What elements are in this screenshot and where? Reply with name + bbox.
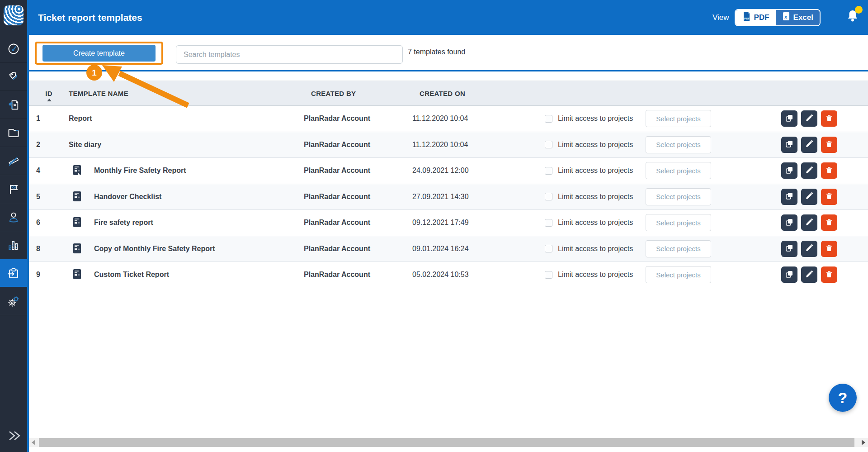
search-templates-input[interactable]: [176, 45, 403, 64]
limit-access-checkbox[interactable]: [545, 167, 552, 175]
template-name[interactable]: Site diary: [69, 141, 101, 149]
top-header: Ticket report templates View PDF PDF: [29, 0, 868, 35]
select-projects-button[interactable]: Select projects: [646, 240, 711, 257]
horizontal-scrollbar[interactable]: [29, 438, 868, 447]
template-name[interactable]: Handover Checklist: [94, 193, 161, 201]
template-name[interactable]: Monthly Fire Safety Report: [94, 167, 186, 175]
template-name[interactable]: Copy of Monthly Fire Safety Report: [94, 245, 215, 253]
limit-access-checkbox[interactable]: [545, 245, 552, 252]
report-template-document-icon: [72, 217, 82, 228]
created-by: PlanRadar Account: [304, 262, 412, 288]
duplicate-icon: [785, 244, 793, 253]
edit-button[interactable]: [801, 110, 817, 127]
sidebar-item-flags[interactable]: [0, 175, 27, 203]
contacts-person-icon: [7, 211, 20, 224]
limit-access-checkbox[interactable]: [545, 115, 552, 123]
delete-trash-icon: [825, 192, 833, 201]
projects-folder-icon: [7, 127, 20, 139]
sidebar-item-statistics[interactable]: [0, 231, 27, 259]
column-header-id[interactable]: ID: [29, 81, 61, 105]
edit-button[interactable]: [801, 162, 817, 179]
duplicate-button[interactable]: [781, 189, 797, 205]
table-row: 6 Fire safety report PlanRadar Account 0…: [29, 210, 868, 236]
duplicate-icon: [785, 218, 793, 228]
delete-button[interactable]: [821, 137, 837, 153]
sidebar-item-plans[interactable]: [0, 147, 27, 175]
select-projects-button[interactable]: Select projects: [646, 136, 711, 153]
edit-button[interactable]: [801, 189, 817, 205]
delete-button[interactable]: [821, 189, 837, 205]
pdf-file-icon: PDF: [742, 11, 751, 24]
sidebar-item-projects[interactable]: [0, 119, 27, 147]
excel-file-icon: x: [782, 12, 790, 23]
edit-pencil-icon: [805, 244, 813, 253]
excel-toggle-button[interactable]: x Excel: [776, 10, 820, 25]
row-id: 9: [29, 262, 61, 288]
duplicate-button[interactable]: [781, 266, 797, 283]
sidebar-item-tags[interactable]: [0, 63, 27, 91]
notifications-button[interactable]: [846, 9, 861, 27]
limit-access-label: Limit access to projects: [558, 167, 633, 175]
main-content: Create template 7 templates found ID TEM…: [29, 35, 868, 452]
duplicate-button[interactable]: [781, 162, 797, 179]
table-row: 8 Copy of Monthly Fire Safety Report Pla…: [29, 236, 868, 262]
results-count: 7 templates found: [408, 48, 465, 56]
table-body: 1 Report PlanRadar Account 11.12.2020 10…: [29, 106, 868, 288]
scroll-right-arrow-icon[interactable]: [859, 438, 868, 447]
sidebar-item-tickets[interactable]: [0, 91, 27, 119]
row-id: 5: [29, 184, 61, 210]
delete-button[interactable]: [821, 241, 837, 257]
sidebar-item-report-templates[interactable]: [0, 259, 27, 287]
duplicate-button[interactable]: [781, 110, 797, 127]
created-by: PlanRadar Account: [304, 106, 412, 132]
sidebar-item-contacts[interactable]: [0, 203, 27, 231]
edit-pencil-icon: [805, 192, 813, 201]
created-on: 11.12.2020 10:04: [412, 106, 540, 132]
column-header-template-name[interactable]: TEMPLATE NAME: [61, 81, 304, 105]
delete-button[interactable]: [821, 266, 837, 283]
duplicate-icon: [785, 114, 793, 124]
select-projects-button[interactable]: Select projects: [646, 110, 711, 127]
create-template-button[interactable]: Create template: [42, 45, 156, 62]
edit-button[interactable]: [801, 137, 817, 153]
duplicate-button[interactable]: [781, 137, 797, 153]
select-projects-button[interactable]: Select projects: [646, 188, 711, 205]
duplicate-button[interactable]: [781, 241, 797, 257]
select-projects-button[interactable]: Select projects: [646, 214, 711, 231]
sidebar-collapse-button[interactable]: [0, 427, 27, 447]
sidebar-item-settings[interactable]: [0, 287, 27, 315]
created-on: 24.09.2021 12:00: [412, 158, 540, 184]
scroll-left-arrow-icon[interactable]: [29, 438, 38, 447]
column-header-created-on[interactable]: CREATED ON: [412, 81, 540, 105]
pdf-toggle-button[interactable]: PDF PDF: [736, 10, 776, 25]
edit-pencil-icon: [805, 166, 813, 176]
duplicate-icon: [785, 270, 793, 280]
view-format-toggle: PDF PDF x Excel: [735, 9, 821, 26]
limit-access-checkbox[interactable]: [545, 193, 552, 200]
scrollbar-thumb[interactable]: [39, 438, 854, 447]
edit-button[interactable]: [801, 214, 817, 231]
created-on: 09.12.2021 17:49: [412, 210, 540, 236]
delete-trash-icon: [825, 140, 833, 149]
delete-button[interactable]: [821, 162, 837, 179]
limit-access-checkbox[interactable]: [545, 271, 552, 279]
column-header-created-by[interactable]: CREATED BY: [304, 81, 412, 105]
flag-icon: [7, 183, 20, 195]
delete-button[interactable]: [821, 110, 837, 127]
select-projects-button[interactable]: Select projects: [646, 266, 711, 283]
select-projects-button[interactable]: Select projects: [646, 162, 711, 179]
planradar-logo[interactable]: [4, 5, 24, 25]
create-template-highlight-box: Create template: [35, 42, 163, 65]
template-name[interactable]: Fire safety report: [94, 219, 153, 227]
template-name[interactable]: Report: [69, 114, 92, 123]
limit-access-checkbox[interactable]: [545, 219, 552, 227]
edit-button[interactable]: [801, 266, 817, 283]
row-id: 2: [29, 132, 61, 158]
edit-button[interactable]: [801, 241, 817, 257]
sidebar-item-dashboard[interactable]: [0, 35, 27, 63]
delete-button[interactable]: [821, 214, 837, 231]
duplicate-button[interactable]: [781, 214, 797, 231]
limit-access-checkbox[interactable]: [545, 141, 552, 148]
template-name[interactable]: Custom Ticket Report: [94, 271, 169, 279]
help-button[interactable]: ?: [829, 384, 857, 412]
